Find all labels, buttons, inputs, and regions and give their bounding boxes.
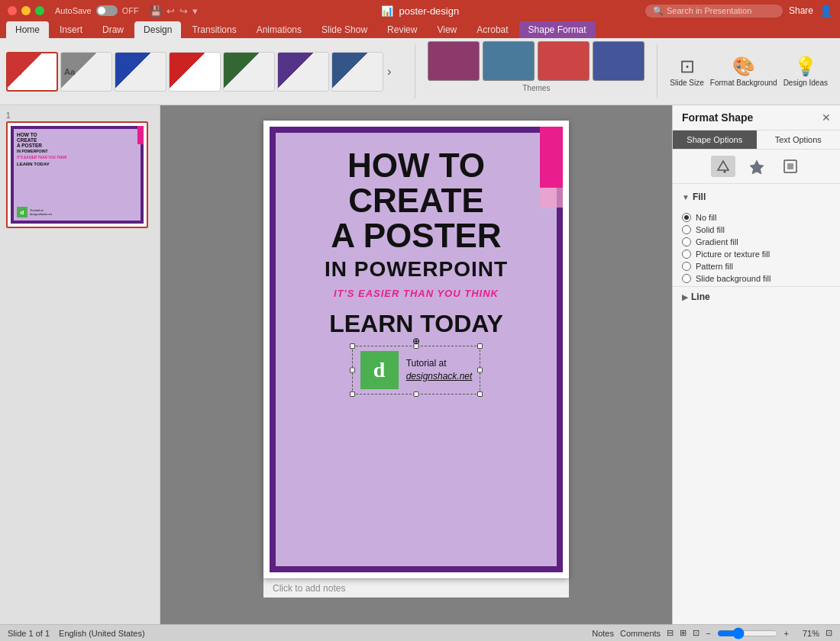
design-ideas-button[interactable]: 💡 Design Ideas (783, 56, 828, 87)
undo-icon[interactable]: ↩ (166, 5, 175, 17)
theme-2[interactable]: Aa (60, 52, 112, 92)
tab-home[interactable]: Home (6, 21, 49, 38)
fill-section-header[interactable]: ▼ Fill (682, 188, 831, 205)
tab-review[interactable]: Review (378, 21, 426, 38)
pattern-fill-option[interactable]: Pattern fill (682, 262, 831, 271)
more-icon[interactable]: ▾ (192, 5, 198, 17)
svg-rect-2 (787, 163, 793, 169)
pattern-fill-radio[interactable] (682, 262, 691, 271)
rotate-handle[interactable]: ⊕ (412, 336, 420, 346)
slide-canvas[interactable]: HOW TO CREATE A POSTER IN POWERPOINT IT'… (263, 121, 569, 578)
slide-size-button[interactable]: ⊡ Slide Size (670, 56, 703, 87)
pattern-fill-label: Pattern fill (696, 262, 733, 271)
language-info: English (United States) (59, 629, 145, 638)
zoom-out-button[interactable]: − (706, 629, 710, 638)
notes-button[interactable]: Notes (592, 629, 614, 638)
view-normal-icon[interactable]: ⊟ (667, 628, 674, 638)
solid-fill-radio[interactable] (682, 225, 691, 234)
tab-shape-options[interactable]: Shape Options (673, 130, 757, 149)
zoom-slider[interactable] (717, 627, 778, 639)
handle-bl (350, 391, 355, 397)
fill-arrow-icon: ▼ (682, 193, 690, 201)
autosave-toggle[interactable] (96, 5, 118, 16)
tab-draw[interactable]: Draw (93, 21, 133, 38)
zoom-level[interactable]: 71% (795, 629, 819, 638)
size-properties-icon-button[interactable] (778, 156, 803, 177)
fill-line-icon-button[interactable] (711, 156, 735, 177)
redo-icon[interactable]: ↪ (179, 5, 188, 17)
share-button[interactable]: Share (789, 5, 813, 16)
ribbon-divider-1 (415, 44, 415, 98)
view-reading-icon[interactable]: ⊡ (693, 628, 699, 638)
line-section-title: Line (691, 292, 710, 302)
fit-slide-button[interactable]: ⊡ (825, 628, 832, 638)
tab-design[interactable]: Design (134, 21, 181, 38)
theme-5[interactable]: Aa (223, 52, 275, 92)
gradient-fill-radio[interactable] (682, 237, 691, 246)
layout-3[interactable] (538, 41, 590, 81)
layout-2[interactable] (483, 41, 535, 81)
ribbon-divider-2 (657, 44, 657, 98)
layout-1[interactable] (428, 41, 480, 81)
maximize-window-button[interactable] (35, 6, 44, 15)
tab-acrobat[interactable]: Acrobat (467, 21, 517, 38)
picture-fill-radio[interactable] (682, 250, 691, 259)
theme-3[interactable]: Aa (115, 52, 166, 92)
comments-button[interactable]: Comments (620, 629, 661, 638)
slide-size-icon: ⊡ (680, 56, 695, 77)
tab-view[interactable]: View (428, 21, 466, 38)
notes-bar[interactable]: Click to add notes (263, 578, 569, 598)
slide-number: 1 (6, 111, 153, 120)
handle-mr (477, 367, 483, 372)
picture-fill-option[interactable]: Picture or texture fill (682, 250, 831, 259)
selection-box[interactable]: ⊕ d Tutorial at designshack.net (352, 346, 481, 395)
logo-letter: d (373, 358, 386, 382)
theme-1[interactable]: Aa (6, 52, 58, 92)
search-icon: 🔍 (653, 6, 664, 16)
tab-slideshow[interactable]: Slide Show (312, 21, 376, 38)
theme-6[interactable]: Aa (277, 52, 329, 92)
save-icon[interactable]: 💾 (150, 5, 162, 17)
tab-shapeformat[interactable]: Shape Format (519, 21, 596, 38)
slide-thumbnail-wrapper: 1 HOW TOCREATEA POSTERIN POWERPOINT IT'S… (6, 111, 153, 228)
user-icon[interactable]: 👤 (819, 5, 832, 17)
slide-bg-fill-option[interactable]: Slide background fill (682, 274, 831, 283)
main-area: 1 HOW TOCREATEA POSTERIN POWERPOINT IT'S… (0, 105, 840, 624)
canvas-scroll[interactable]: HOW TO CREATE A POSTER IN POWERPOINT IT'… (160, 105, 672, 624)
layout-4[interactable] (593, 41, 645, 81)
minimize-window-button[interactable] (21, 6, 31, 15)
tab-insert[interactable]: Insert (50, 21, 92, 38)
search-bar[interactable]: 🔍 Search in Presentation (645, 5, 783, 18)
tutorial-line1: Tutorial at (406, 357, 473, 370)
zoom-in-button[interactable]: + (784, 629, 789, 638)
tab-transitions[interactable]: Transitions (183, 21, 245, 38)
line-section-header[interactable]: ▶ Line (682, 292, 831, 302)
ribbon-tabs: Home Insert Draw Design Transitions Anim… (0, 21, 840, 38)
mini-poster-text: HOW TOCREATEA POSTERIN POWERPOINT IT'S E… (17, 132, 137, 166)
gradient-fill-option[interactable]: Gradient fill (682, 237, 831, 246)
slide-bg-fill-label: Slide background fill (696, 274, 771, 283)
format-icon-row (673, 150, 840, 184)
poster-line4: IN POWERPOINT (325, 257, 508, 282)
theme-7[interactable]: Aa (331, 52, 383, 92)
no-fill-option[interactable]: No fill (682, 213, 831, 222)
themes-next-button[interactable]: › (386, 65, 393, 79)
format-background-button[interactable]: 🎨 Format Background (710, 56, 777, 87)
solid-fill-option[interactable]: Solid fill (682, 225, 831, 234)
slide-size-label: Slide Size (670, 79, 703, 87)
view-grid-icon[interactable]: ⊞ (680, 628, 687, 638)
slide-bg-fill-radio[interactable] (682, 274, 691, 283)
line-arrow-icon: ▶ (682, 293, 688, 301)
file-icon: 📊 (381, 5, 393, 17)
tab-animations[interactable]: Animations (247, 21, 311, 38)
no-fill-radio[interactable] (682, 213, 691, 222)
slide-thumbnail[interactable]: HOW TOCREATEA POSTERIN POWERPOINT IT'S E… (6, 121, 148, 228)
autosave-state: OFF (122, 6, 139, 15)
tab-text-options[interactable]: Text Options (757, 130, 841, 149)
handle-bm (413, 391, 418, 397)
close-window-button[interactable] (8, 6, 17, 15)
effects-icon-button[interactable] (745, 156, 769, 177)
format-panel-close-button[interactable]: ✕ (822, 111, 831, 124)
theme-4[interactable]: Aa (169, 52, 221, 92)
tutorial-line2: designshack.net (406, 370, 473, 383)
